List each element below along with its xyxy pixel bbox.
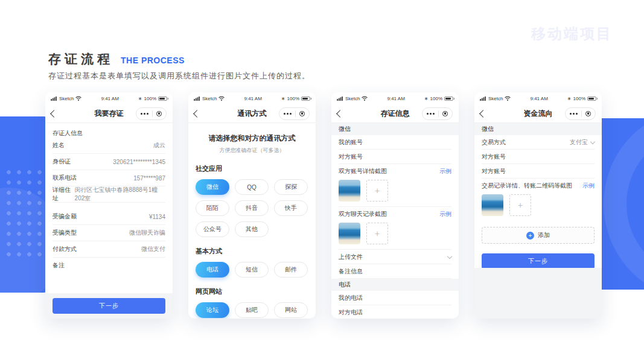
field-row-payment-method[interactable]: 付款方式 微信支付	[53, 241, 165, 258]
pill-momo[interactable]: 陌陌	[196, 200, 229, 216]
capsule-divider	[295, 110, 296, 117]
status-left: Sketch	[194, 96, 225, 101]
status-left: Sketch	[337, 96, 368, 101]
pill-kuaishou[interactable]: 快手	[274, 200, 308, 216]
input-label: 对方账号	[482, 153, 506, 161]
add-image-button[interactable]: +	[509, 194, 531, 216]
add-image-button[interactable]: +	[366, 223, 388, 244]
status-left: Sketch	[51, 96, 81, 101]
upload-area-chat: +	[339, 221, 451, 250]
field-label: 受骗类型	[53, 229, 77, 237]
carrier-label: Sketch	[202, 96, 217, 101]
input-row-note[interactable]: 备注信息	[339, 264, 451, 279]
phone-screen-contact-method: Sketch 9:41 AM ∗ 100% 通讯方式 请选择您和对方的通讯方式 …	[188, 92, 316, 319]
status-bar: Sketch 9:41 AM ∗ 100%	[188, 92, 316, 104]
section-header-wechat: 微信	[331, 123, 459, 135]
pill-tieba[interactable]: 贴吧	[235, 302, 269, 318]
field-label: 备注	[53, 261, 65, 270]
input-row-other-account-1[interactable]: 对方账号	[482, 150, 595, 164]
field-value: 320621********1345	[113, 159, 165, 165]
input-row-my-account[interactable]: 我的账号	[339, 135, 451, 150]
example-link[interactable]: 示例	[582, 182, 595, 190]
pill-phone[interactable]: 电话	[196, 262, 229, 278]
options-body: 社交应用 微信 QQ 探探 陌陌 抖音 快手 公众号 其他 基本方式 电话 短信…	[188, 164, 316, 319]
field-row-contact-phone[interactable]: 联系电话 157*****987	[53, 170, 165, 186]
plus-icon: +	[375, 186, 380, 195]
field-value: 微信聊天诈骗	[129, 229, 165, 237]
field-value: ¥1134	[149, 214, 165, 220]
record-circle-icon[interactable]	[156, 111, 162, 116]
field-label: 联系电话	[53, 174, 77, 182]
group-title-web: 网页网站	[196, 287, 308, 296]
field-row-name[interactable]: 姓名 成云	[53, 138, 165, 154]
field-label: 受骗金额	[53, 212, 77, 221]
input-row-my-phone[interactable]: 我的电话	[339, 291, 451, 305]
label-row-chat-screenshot: 双方聊天记录截图 示例	[339, 207, 451, 221]
more-icon[interactable]	[284, 113, 292, 115]
record-circle-icon[interactable]	[585, 111, 591, 116]
status-bar: Sketch 9:41 AM ∗ 100%	[474, 92, 602, 104]
example-link[interactable]: 示例	[439, 210, 451, 218]
field-label: 付款方式	[53, 245, 77, 253]
section-label: 存证人信息	[53, 123, 165, 138]
add-section-button[interactable]: + 添加	[482, 227, 595, 244]
pill-official-account[interactable]: 公众号	[196, 221, 229, 237]
pill-forum[interactable]: 论坛	[196, 302, 229, 318]
row-upload-file[interactable]: 上传文件	[339, 250, 451, 264]
record-circle-icon[interactable]	[442, 111, 448, 116]
uploaded-image-thumbnail[interactable]	[339, 223, 360, 244]
phone-screen-deposit-form: Sketch 9:41 AM ∗ 100% 我要存证 存证人信息 姓名 成云 身…	[45, 92, 173, 319]
miniprogram-capsule	[136, 107, 167, 120]
input-label: 对方电话	[339, 308, 363, 317]
phone-screen-money-flow: Sketch 9:41 AM ∗ 100% 资金流向 微信 交易方式 支付宝 对…	[474, 92, 602, 319]
field-value: 微信支付	[141, 245, 165, 253]
pill-website[interactable]: 网站	[274, 302, 308, 318]
pill-wechat[interactable]: 微信	[196, 179, 229, 195]
field-row-id-card[interactable]: 身份证 320621********1345	[53, 154, 165, 170]
page-subtitle: 存证过程基本是表单填写以及调用系统组件进行图片文件上传的过程。	[48, 71, 310, 81]
field-row-fraud-type[interactable]: 受骗类型 微信聊天诈骗	[53, 225, 165, 241]
input-row-other-account[interactable]: 对方账号	[339, 150, 451, 164]
status-time: 9:41 AM	[530, 96, 547, 101]
page-watermark: 移动端项目	[531, 24, 613, 43]
example-link[interactable]: 示例	[439, 167, 451, 176]
footer-background	[474, 268, 602, 319]
pill-qq[interactable]: QQ	[235, 179, 269, 195]
carrier-label: Sketch	[345, 96, 360, 101]
pill-tantan[interactable]: 探探	[274, 179, 308, 195]
nav-bar: 通讯方式	[188, 104, 316, 123]
next-step-button[interactable]: 下一步	[53, 298, 165, 314]
bluetooth-icon: ∗	[138, 96, 142, 101]
input-row-other-account-2[interactable]: 对方账号	[482, 164, 595, 179]
more-icon[interactable]	[427, 113, 435, 115]
uploaded-image-thumbnail[interactable]	[339, 180, 360, 202]
wifi-icon	[362, 96, 368, 101]
field-row-address[interactable]: 详细住址 闵行区七宝镇中春路8888号1幢202室	[53, 186, 165, 203]
battery-icon	[587, 97, 596, 101]
miniprogram-capsule	[279, 107, 310, 120]
pill-email[interactable]: 邮件	[274, 262, 308, 278]
bluetooth-icon: ∗	[567, 96, 572, 101]
record-circle-icon[interactable]	[299, 111, 305, 116]
dropdown-row-trade-method[interactable]: 交易方式 支付宝	[482, 135, 595, 150]
pill-douyin[interactable]: 抖音	[235, 200, 269, 216]
more-icon[interactable]	[570, 113, 578, 115]
plus-icon: +	[375, 229, 380, 238]
more-icon[interactable]	[141, 113, 148, 115]
field-row-amount[interactable]: 受骗金额 ¥1134	[53, 209, 165, 225]
add-image-button[interactable]: +	[366, 180, 388, 202]
pill-other[interactable]: 其他	[235, 221, 269, 237]
pill-sms[interactable]: 短信	[235, 262, 269, 278]
field-label: 身份证	[53, 157, 71, 166]
bluetooth-icon: ∗	[281, 96, 285, 101]
miniprogram-capsule	[565, 107, 596, 120]
input-row-other-phone[interactable]: 对方电话	[339, 305, 451, 319]
field-row-note[interactable]: 备注	[53, 258, 165, 273]
page-title-en: THE PROCESS	[121, 56, 185, 65]
next-step-button[interactable]: 下一步	[482, 253, 595, 269]
uploaded-image-thumbnail[interactable]	[482, 194, 503, 216]
status-bar: Sketch 9:41 AM ∗ 100%	[45, 92, 173, 104]
battery-icon	[158, 97, 167, 101]
select-subheading: 方便您准确存证（可多选）	[188, 147, 316, 154]
field-value: 157*****987	[133, 175, 165, 182]
